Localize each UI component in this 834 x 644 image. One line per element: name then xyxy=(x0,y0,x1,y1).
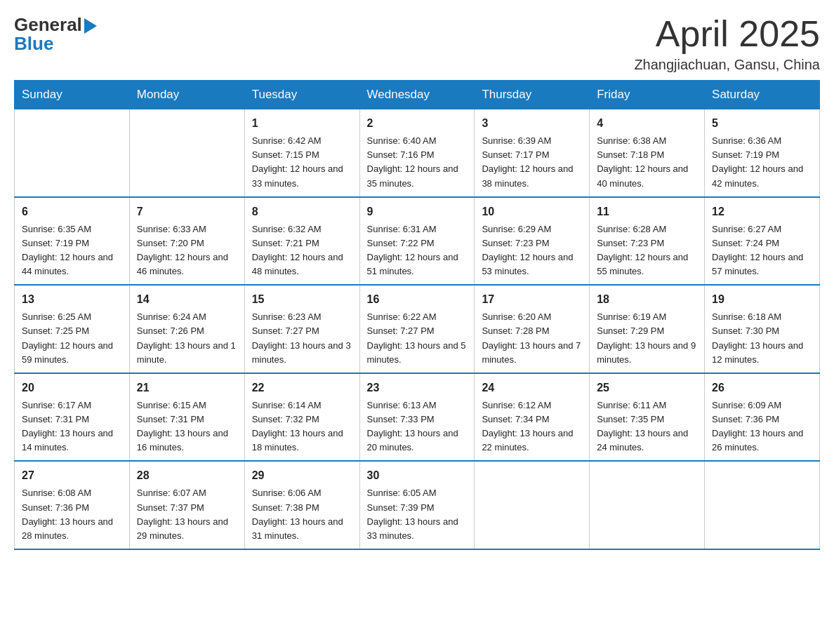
calendar-cell: 14Sunrise: 6:24 AM Sunset: 7:26 PM Dayli… xyxy=(129,285,244,373)
day-info: Sunrise: 6:15 AM Sunset: 7:31 PM Dayligh… xyxy=(137,398,237,455)
day-number: 12 xyxy=(712,203,812,220)
day-info: Sunrise: 6:07 AM Sunset: 7:37 PM Dayligh… xyxy=(137,486,237,543)
day-info: Sunrise: 6:08 AM Sunset: 7:36 PM Dayligh… xyxy=(22,486,122,543)
calendar-body: 1Sunrise: 6:42 AM Sunset: 7:15 PM Daylig… xyxy=(15,109,820,549)
calendar-cell: 18Sunrise: 6:19 AM Sunset: 7:29 PM Dayli… xyxy=(590,285,705,373)
day-number: 21 xyxy=(137,380,237,396)
day-info: Sunrise: 6:14 AM Sunset: 7:32 PM Dayligh… xyxy=(252,398,352,455)
column-header-sunday: Sunday xyxy=(15,81,130,109)
column-header-wednesday: Wednesday xyxy=(359,81,475,109)
calendar-header: SundayMondayTuesdayWednesdayThursdayFrid… xyxy=(15,81,820,109)
calendar-cell: 16Sunrise: 6:22 AM Sunset: 7:27 PM Dayli… xyxy=(359,285,475,373)
column-header-friday: Friday xyxy=(590,81,705,109)
week-row-4: 20Sunrise: 6:17 AM Sunset: 7:31 PM Dayli… xyxy=(15,373,820,462)
calendar-cell: 28Sunrise: 6:07 AM Sunset: 7:37 PM Dayli… xyxy=(129,461,244,549)
calendar-cell: 13Sunrise: 6:25 AM Sunset: 7:25 PM Dayli… xyxy=(15,285,130,373)
calendar-cell: 24Sunrise: 6:12 AM Sunset: 7:34 PM Dayli… xyxy=(475,373,590,462)
calendar-cell: 3Sunrise: 6:39 AM Sunset: 7:17 PM Daylig… xyxy=(475,109,590,197)
logo: General Blue xyxy=(14,14,100,55)
day-info: Sunrise: 6:31 AM Sunset: 7:22 PM Dayligh… xyxy=(367,222,468,279)
day-number: 17 xyxy=(482,291,582,308)
day-info: Sunrise: 6:29 AM Sunset: 7:23 PM Dayligh… xyxy=(482,222,582,279)
calendar-title: April 2025 xyxy=(634,14,820,54)
day-info: Sunrise: 6:23 AM Sunset: 7:27 PM Dayligh… xyxy=(252,310,352,367)
svg-marker-0 xyxy=(84,18,97,34)
calendar-cell: 11Sunrise: 6:28 AM Sunset: 7:23 PM Dayli… xyxy=(590,197,705,286)
day-number: 2 xyxy=(367,115,468,132)
day-number: 9 xyxy=(367,203,468,220)
day-info: Sunrise: 6:12 AM Sunset: 7:34 PM Dayligh… xyxy=(482,398,582,455)
column-header-saturday: Saturday xyxy=(705,81,820,109)
calendar-cell: 8Sunrise: 6:32 AM Sunset: 7:21 PM Daylig… xyxy=(244,197,359,286)
day-info: Sunrise: 6:28 AM Sunset: 7:23 PM Dayligh… xyxy=(597,222,697,279)
day-number: 11 xyxy=(597,203,697,220)
day-info: Sunrise: 6:38 AM Sunset: 7:18 PM Dayligh… xyxy=(597,134,697,191)
day-info: Sunrise: 6:24 AM Sunset: 7:26 PM Dayligh… xyxy=(137,310,237,367)
calendar-table: SundayMondayTuesdayWednesdayThursdayFrid… xyxy=(14,80,820,550)
day-info: Sunrise: 6:33 AM Sunset: 7:20 PM Dayligh… xyxy=(137,222,237,279)
day-info: Sunrise: 6:11 AM Sunset: 7:35 PM Dayligh… xyxy=(597,398,697,455)
calendar-cell xyxy=(475,461,590,549)
day-number: 25 xyxy=(597,380,697,396)
calendar-cell: 21Sunrise: 6:15 AM Sunset: 7:31 PM Dayli… xyxy=(129,373,244,462)
calendar-cell: 27Sunrise: 6:08 AM Sunset: 7:36 PM Dayli… xyxy=(15,461,130,549)
day-number: 22 xyxy=(252,380,352,396)
week-row-5: 27Sunrise: 6:08 AM Sunset: 7:36 PM Dayli… xyxy=(15,461,820,549)
day-info: Sunrise: 6:35 AM Sunset: 7:19 PM Dayligh… xyxy=(22,222,122,279)
day-info: Sunrise: 6:36 AM Sunset: 7:19 PM Dayligh… xyxy=(712,134,812,191)
calendar-cell: 12Sunrise: 6:27 AM Sunset: 7:24 PM Dayli… xyxy=(705,197,820,286)
header-row: SundayMondayTuesdayWednesdayThursdayFrid… xyxy=(15,81,820,109)
day-info: Sunrise: 6:19 AM Sunset: 7:29 PM Dayligh… xyxy=(597,310,697,367)
calendar-cell xyxy=(129,109,244,197)
day-number: 15 xyxy=(252,291,352,308)
day-info: Sunrise: 6:39 AM Sunset: 7:17 PM Dayligh… xyxy=(482,134,582,191)
day-info: Sunrise: 6:25 AM Sunset: 7:25 PM Dayligh… xyxy=(22,310,122,367)
calendar-cell: 30Sunrise: 6:05 AM Sunset: 7:39 PM Dayli… xyxy=(359,461,475,549)
calendar-cell: 17Sunrise: 6:20 AM Sunset: 7:28 PM Dayli… xyxy=(475,285,590,373)
day-info: Sunrise: 6:22 AM Sunset: 7:27 PM Dayligh… xyxy=(367,310,468,367)
day-info: Sunrise: 6:09 AM Sunset: 7:36 PM Dayligh… xyxy=(712,398,812,455)
logo-blue: Blue xyxy=(14,33,100,55)
calendar-cell xyxy=(705,461,820,549)
day-number: 24 xyxy=(482,380,582,396)
calendar-cell: 2Sunrise: 6:40 AM Sunset: 7:16 PM Daylig… xyxy=(359,109,475,197)
day-info: Sunrise: 6:20 AM Sunset: 7:28 PM Dayligh… xyxy=(482,310,582,367)
day-number: 14 xyxy=(137,291,237,308)
day-info: Sunrise: 6:27 AM Sunset: 7:24 PM Dayligh… xyxy=(712,222,812,279)
day-info: Sunrise: 6:42 AM Sunset: 7:15 PM Dayligh… xyxy=(252,134,352,191)
calendar-cell: 6Sunrise: 6:35 AM Sunset: 7:19 PM Daylig… xyxy=(15,197,130,286)
calendar-cell: 22Sunrise: 6:14 AM Sunset: 7:32 PM Dayli… xyxy=(244,373,359,462)
calendar-cell: 10Sunrise: 6:29 AM Sunset: 7:23 PM Dayli… xyxy=(475,197,590,286)
day-number: 13 xyxy=(22,291,122,308)
calendar-cell: 9Sunrise: 6:31 AM Sunset: 7:22 PM Daylig… xyxy=(359,197,475,286)
day-number: 28 xyxy=(137,467,237,484)
calendar-cell: 25Sunrise: 6:11 AM Sunset: 7:35 PM Dayli… xyxy=(590,373,705,462)
column-header-monday: Monday xyxy=(129,81,244,109)
day-info: Sunrise: 6:06 AM Sunset: 7:38 PM Dayligh… xyxy=(252,486,352,543)
day-number: 19 xyxy=(712,291,812,308)
day-number: 16 xyxy=(367,291,468,308)
day-number: 10 xyxy=(482,203,582,220)
day-number: 27 xyxy=(22,467,122,484)
calendar-cell: 20Sunrise: 6:17 AM Sunset: 7:31 PM Dayli… xyxy=(15,373,130,462)
day-number: 5 xyxy=(712,115,812,132)
logo-arrow-icon xyxy=(84,18,100,34)
column-header-thursday: Thursday xyxy=(475,81,590,109)
calendar-cell: 7Sunrise: 6:33 AM Sunset: 7:20 PM Daylig… xyxy=(129,197,244,286)
title-block: April 2025 Zhangjiachuan, Gansu, China xyxy=(634,14,820,73)
calendar-cell: 29Sunrise: 6:06 AM Sunset: 7:38 PM Dayli… xyxy=(244,461,359,549)
calendar-cell xyxy=(590,461,705,549)
column-header-tuesday: Tuesday xyxy=(244,81,359,109)
day-number: 3 xyxy=(482,115,582,132)
day-number: 1 xyxy=(252,115,352,132)
week-row-2: 6Sunrise: 6:35 AM Sunset: 7:19 PM Daylig… xyxy=(15,197,820,286)
day-number: 6 xyxy=(22,203,122,220)
week-row-1: 1Sunrise: 6:42 AM Sunset: 7:15 PM Daylig… xyxy=(15,109,820,197)
day-number: 18 xyxy=(597,291,697,308)
day-info: Sunrise: 6:05 AM Sunset: 7:39 PM Dayligh… xyxy=(367,486,468,543)
day-number: 23 xyxy=(367,380,468,396)
day-number: 20 xyxy=(22,380,122,396)
day-number: 7 xyxy=(137,203,237,220)
calendar-cell: 5Sunrise: 6:36 AM Sunset: 7:19 PM Daylig… xyxy=(705,109,820,197)
day-number: 29 xyxy=(252,467,352,484)
